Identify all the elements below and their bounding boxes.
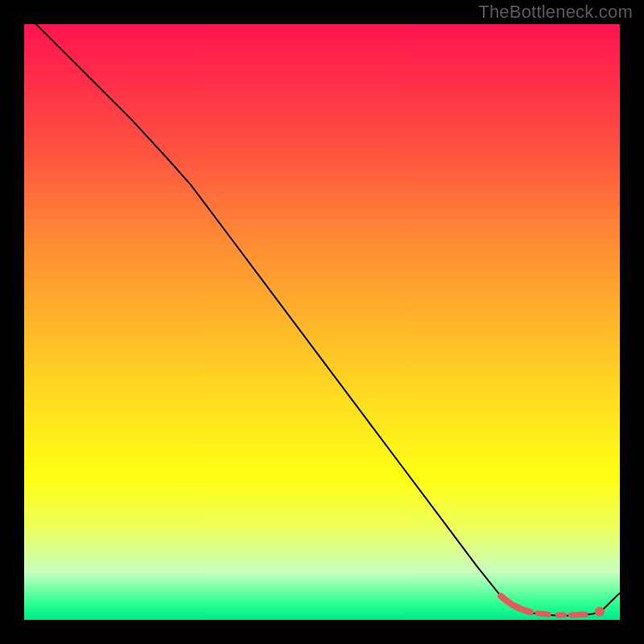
chart-frame: TheBottleneck.com (0, 0, 644, 644)
end-dot (595, 607, 605, 617)
chart-svg (24, 24, 620, 620)
bottleneck-curve (24, 24, 620, 616)
dash-c (571, 614, 585, 615)
watermark-text: TheBottleneck.com (478, 2, 633, 23)
highlight-segment (501, 596, 530, 612)
dash-a (538, 613, 548, 614)
